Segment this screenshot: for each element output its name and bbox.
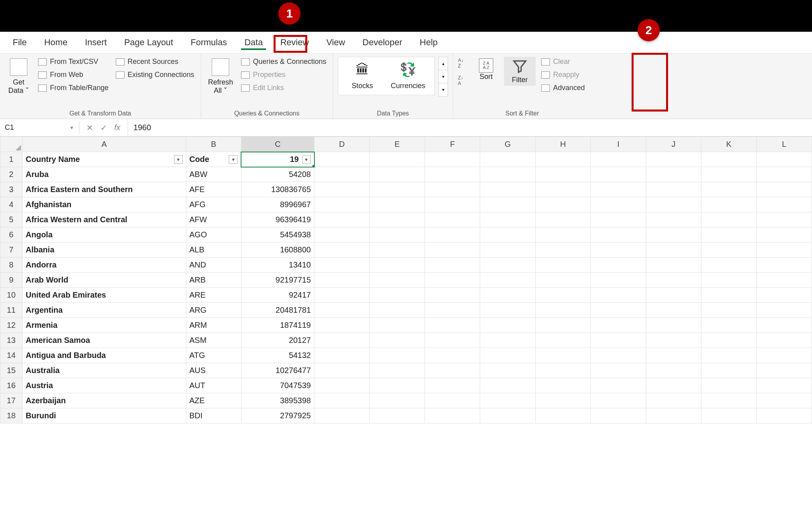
col-header-G[interactable]: G xyxy=(480,137,535,152)
cell[interactable]: Angola xyxy=(22,227,186,242)
cell[interactable] xyxy=(646,227,701,242)
cell[interactable] xyxy=(535,333,590,348)
cell[interactable] xyxy=(314,167,370,182)
cell[interactable] xyxy=(314,303,370,318)
col-header-K[interactable]: K xyxy=(701,137,756,152)
col-header-D[interactable]: D xyxy=(314,137,370,152)
cell[interactable] xyxy=(480,242,535,258)
row-header[interactable]: 18 xyxy=(0,408,23,423)
cell[interactable]: Arab World xyxy=(22,273,186,288)
col-header-A[interactable]: A xyxy=(22,137,186,152)
cell[interactable] xyxy=(535,152,590,167)
row-header[interactable]: 5 xyxy=(0,212,23,227)
cell[interactable]: ATG xyxy=(186,348,241,363)
cell[interactable] xyxy=(535,242,590,258)
cell[interactable] xyxy=(756,408,812,423)
cell[interactable] xyxy=(314,273,370,288)
cell[interactable] xyxy=(646,182,701,197)
cell[interactable] xyxy=(701,152,756,167)
select-all-corner[interactable] xyxy=(0,137,23,152)
cell[interactable] xyxy=(591,333,646,348)
cell[interactable] xyxy=(314,333,370,348)
cell[interactable] xyxy=(535,258,590,273)
filter-dropdown-button[interactable]: ▼ xyxy=(174,155,183,164)
cell[interactable] xyxy=(756,167,812,182)
cell[interactable] xyxy=(425,167,480,182)
cell[interactable] xyxy=(480,333,535,348)
cell[interactable] xyxy=(535,288,590,303)
cell[interactable]: AZE xyxy=(186,393,241,408)
cell[interactable] xyxy=(314,242,370,258)
formula-input[interactable]: 1960 xyxy=(128,121,812,135)
row-header[interactable]: 14 xyxy=(0,348,23,363)
cell[interactable]: AUS xyxy=(186,363,241,378)
cell[interactable]: BDI xyxy=(186,408,241,423)
advanced-filter-button[interactable]: Advanced xyxy=(540,83,586,93)
cell[interactable] xyxy=(646,167,701,182)
row-header[interactable]: 2 xyxy=(0,167,23,182)
cell[interactable]: AUT xyxy=(186,378,241,393)
cell[interactable]: 1874119 xyxy=(241,318,314,333)
cell[interactable] xyxy=(646,152,701,167)
cell[interactable] xyxy=(591,182,646,197)
cell[interactable]: 20127 xyxy=(241,333,314,348)
row-header[interactable]: 1 xyxy=(0,152,23,167)
cell[interactable] xyxy=(756,378,812,393)
cell[interactable] xyxy=(314,197,370,212)
cell[interactable] xyxy=(756,333,812,348)
row-header[interactable]: 12 xyxy=(0,318,23,333)
cell[interactable]: 13410 xyxy=(241,258,314,273)
cell[interactable] xyxy=(701,348,756,363)
row-header[interactable]: 15 xyxy=(0,363,23,378)
header-cell-country-name[interactable]: Country Name▼ xyxy=(22,152,186,167)
cell[interactable]: Andorra xyxy=(22,258,186,273)
row-header[interactable]: 7 xyxy=(0,242,23,258)
enter-formula-button[interactable]: ✓ xyxy=(100,123,107,133)
col-header-J[interactable]: J xyxy=(646,137,701,152)
cell[interactable] xyxy=(756,152,812,167)
cell[interactable]: ARG xyxy=(186,303,241,318)
cell[interactable]: Afghanistan xyxy=(22,197,186,212)
cell[interactable] xyxy=(701,227,756,242)
cell[interactable] xyxy=(591,303,646,318)
filter-button[interactable]: Filter xyxy=(504,57,536,86)
cell[interactable]: ASM xyxy=(186,333,241,348)
row-header[interactable]: 10 xyxy=(0,288,23,303)
col-header-C[interactable]: C xyxy=(241,137,314,152)
cell[interactable] xyxy=(756,393,812,408)
cell[interactable] xyxy=(535,303,590,318)
cell[interactable] xyxy=(701,408,756,423)
cell[interactable] xyxy=(370,152,425,167)
clear-filter-button[interactable]: Clear xyxy=(540,57,586,67)
cell[interactable] xyxy=(646,242,701,258)
cell[interactable]: 2797925 xyxy=(241,408,314,423)
cell[interactable]: ARB xyxy=(186,273,241,288)
tab-page-layout[interactable]: Page Layout xyxy=(115,34,182,51)
col-header-E[interactable]: E xyxy=(370,137,425,152)
name-box[interactable]: C1 ▼ xyxy=(0,121,79,134)
cell[interactable] xyxy=(314,212,370,227)
cell[interactable]: 8996967 xyxy=(241,197,314,212)
edit-links-button[interactable]: Edit Links xyxy=(239,83,328,93)
cell[interactable]: Albania xyxy=(22,242,186,258)
cell[interactable] xyxy=(591,273,646,288)
chevron-down-icon[interactable]: ▾ xyxy=(439,70,448,83)
cell[interactable] xyxy=(591,408,646,423)
tab-help[interactable]: Help xyxy=(411,34,446,51)
cell[interactable] xyxy=(370,288,425,303)
tab-home[interactable]: Home xyxy=(35,34,76,51)
cell[interactable] xyxy=(370,348,425,363)
cell[interactable]: Armenia xyxy=(22,318,186,333)
properties-button[interactable]: Properties xyxy=(239,70,328,80)
cell[interactable] xyxy=(646,408,701,423)
cell[interactable] xyxy=(591,242,646,258)
cell[interactable]: United Arab Emirates xyxy=(22,288,186,303)
cell[interactable] xyxy=(480,393,535,408)
tab-formulas[interactable]: Formulas xyxy=(182,34,236,51)
cell[interactable]: Africa Western and Central xyxy=(22,212,186,227)
queries-connections-button[interactable]: Queries & Connections xyxy=(239,57,328,67)
cell[interactable] xyxy=(425,363,480,378)
cell[interactable] xyxy=(701,182,756,197)
cell[interactable] xyxy=(646,303,701,318)
cell[interactable]: 3895398 xyxy=(241,393,314,408)
